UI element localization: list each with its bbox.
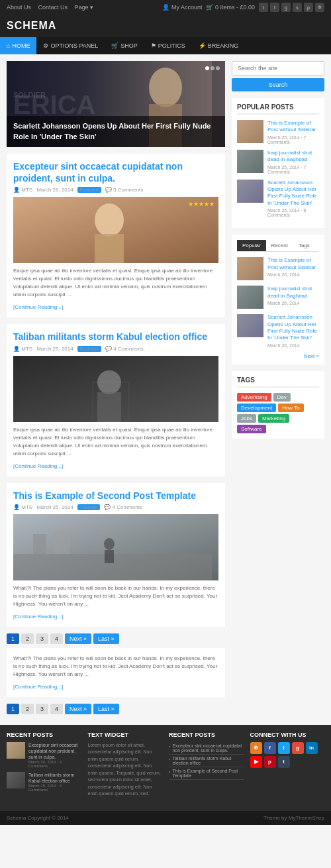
site-logo[interactable]: SCHEMA <box>7 20 56 32</box>
tab-recent[interactable]: Recent <box>266 240 293 251</box>
tag-dev[interactable]: Dev <box>273 393 291 402</box>
connect-linkedin[interactable]: in <box>306 742 318 754</box>
tag-marketing[interactable]: Marketing <box>258 414 289 423</box>
tab-post-1-meta: March 26, 2014 <box>267 272 319 277</box>
tab-post-3-meta: March 26, 2014 <box>267 343 319 348</box>
account-link[interactable]: 👤 My Account <box>162 4 202 11</box>
rss-icon[interactable]: ⊕ <box>315 3 324 12</box>
article-2-category[interactable]: Business <box>77 346 101 352</box>
article-3-readmore[interactable]: [Continue Reading...] <box>13 614 63 620</box>
article-3-meta: 👤 MTS March 25, 2014 Tutorials 💬 4 Comme… <box>13 504 218 510</box>
article-3-image <box>13 514 218 580</box>
tag-advertising[interactable]: Advertising <box>237 393 271 402</box>
tab-tags[interactable]: Tags <box>293 240 315 251</box>
popular-post-3: Scarlett Johansson Opens Up About Her Fi… <box>237 180 319 218</box>
tab-post-3-title[interactable]: Scarlett Johansson Opens Up About Her Fi… <box>267 314 319 342</box>
googleplus-icon[interactable]: g <box>281 3 291 12</box>
article-1-comments[interactable]: 💬 5 Comments <box>105 187 144 193</box>
connect-rss[interactable]: ⊕ <box>250 742 262 754</box>
footer-recent-2-title: RECENT POSTS <box>169 732 244 738</box>
hero-dot-1 <box>205 66 209 70</box>
popular-post-1-title[interactable]: This is Example of Post without Sidebar <box>267 120 319 134</box>
tag-development[interactable]: Development <box>237 404 276 412</box>
tag-software[interactable]: Software <box>237 425 266 433</box>
connect-tumblr[interactable]: t <box>278 756 290 768</box>
nav-breaking[interactable]: ⚡ BREAKING <box>192 37 246 54</box>
article-1-category[interactable]: Featured <box>77 187 101 193</box>
popular-post-2-title[interactable]: Iraqi journalist shot dead in Baghdad <box>267 150 319 164</box>
nav-shop[interactable]: 🛒 SHOP <box>105 37 144 54</box>
footer-post-1-title[interactable]: Excepteur sint occaecat cupidatat non pr… <box>28 742 81 760</box>
shop-icon: 🛒 <box>111 42 118 49</box>
last2-button[interactable]: Last » <box>93 704 119 714</box>
page-link[interactable]: Page ▾ <box>75 4 94 11</box>
article-3-comments[interactable]: 💬 4 Comments <box>104 504 142 510</box>
page2-1-button[interactable]: 1 <box>7 704 19 714</box>
tab-post-2-meta: March 26, 2014 <box>267 301 319 305</box>
twitter-icon[interactable]: t <box>259 3 268 12</box>
connect-pinterest[interactable]: p <box>264 756 276 768</box>
tab-popular[interactable]: Popular <box>237 240 266 251</box>
hero-banner[interactable]: ERICA SOLDIER Scarlett Johansson Opens U… <box>7 61 225 147</box>
page-3-button[interactable]: 3 <box>36 633 48 644</box>
bottom-readmore[interactable]: [Continue Reading...] <box>13 684 63 690</box>
page-2-button[interactable]: 2 <box>21 633 34 644</box>
footer-recent-item-2[interactable]: Taliban militants storm Kabul election o… <box>169 755 244 767</box>
next-button[interactable]: Next » <box>65 633 91 644</box>
site-header: SCHEMA <box>0 15 331 37</box>
next2-button[interactable]: Next » <box>65 704 91 714</box>
article-1-title[interactable]: Excepteur sint occaecat cupidatat non pr… <box>13 160 218 184</box>
contact-link[interactable]: Contact Us <box>38 4 68 11</box>
article-2-comments[interactable]: 💬 4 Comments <box>105 346 144 352</box>
pinterest-icon[interactable]: p <box>304 3 313 12</box>
connect-googleplus[interactable]: g <box>292 742 304 754</box>
article-3-date: March 25, 2014 <box>36 504 73 510</box>
footer-post-1-meta: March 26, 2014 · 2 Comments <box>28 760 81 768</box>
tab-post-1-title[interactable]: This is Example of Post without Sidebar <box>267 257 319 271</box>
page2-3-button[interactable]: 3 <box>36 704 48 714</box>
article-2-author: 👤 MTS <box>13 346 32 352</box>
about-link[interactable]: About Us <box>7 4 31 11</box>
footer-recent-item-3[interactable]: This is Example of Second Post Template <box>169 767 244 780</box>
footer-connect-title: CONNECT WITH US <box>250 732 325 738</box>
cart-link[interactable]: 🛒 0 Items - £0.00 <box>206 4 255 11</box>
hero-overlay: Scarlett Johansson Opens Up About Her Fi… <box>7 116 225 147</box>
tab-post-2: Iraqi journalist shot dead in Baghdad Ma… <box>237 286 319 309</box>
home-icon: ⌂ <box>7 42 10 49</box>
nav-home[interactable]: ⌂ HOME <box>0 37 36 54</box>
popular-post-3-title[interactable]: Scarlett Johansson Opens Up About Her Fi… <box>267 180 319 207</box>
popular-post-2-image <box>237 150 263 173</box>
footer-recent-1-title: RECENT POSTS <box>7 732 81 738</box>
page2-2-button[interactable]: 2 <box>21 704 34 714</box>
tag-jobs[interactable]: Jobs <box>237 414 256 423</box>
nav-options[interactable]: ⚙ OPTIONS PANEL <box>36 37 105 54</box>
search-input[interactable] <box>232 61 324 76</box>
article-1-readmore[interactable]: [Continue Reading...] <box>13 304 63 310</box>
page-4-button[interactable]: 4 <box>50 633 63 644</box>
article-2: Taliban militants storm Kabul election o… <box>7 324 225 476</box>
footer-recent-item-1[interactable]: Excepteur sint occaecat cupidatat non pr… <box>169 742 244 755</box>
facebook-icon[interactable]: f <box>270 3 279 12</box>
article-3-category[interactable]: Tutorials <box>77 504 101 510</box>
main-content: ERICA SOLDIER Scarlett Johansson Opens U… <box>7 61 225 718</box>
nav-politics[interactable]: ⚑ POLITICS <box>144 37 192 54</box>
tab-post-2-title[interactable]: Iraqi journalist shot dead in Baghdad <box>267 286 319 299</box>
popular-post-2-info: Iraqi journalist shot dead in Baghdad Ma… <box>267 150 319 174</box>
footer-text-content: Lorem ipsum dolor sit amet, consectetur … <box>88 742 163 798</box>
connect-facebook[interactable]: f <box>264 742 276 754</box>
connect-youtube[interactable]: ▶ <box>250 756 262 768</box>
stumble-icon[interactable]: s <box>293 3 302 12</box>
page-1-button[interactable]: 1 <box>7 633 19 644</box>
last-button[interactable]: Last » <box>93 633 119 644</box>
popular-post-3-meta: March 26, 2014 · 6 Comments <box>267 208 319 217</box>
article-1-author: 👤 MTS <box>13 187 32 193</box>
article-2-readmore[interactable]: [Continue Reading...] <box>13 463 63 469</box>
connect-twitter[interactable]: t <box>278 742 290 754</box>
search-button[interactable]: Search <box>232 78 324 91</box>
article-2-title[interactable]: Taliban militants storm Kabul election o… <box>13 331 218 343</box>
tabs-next-link[interactable]: Next » <box>237 353 319 359</box>
tag-howto[interactable]: How To <box>278 404 304 412</box>
footer-post-2-title[interactable]: Taliban militants storm Kabul election o… <box>28 772 81 784</box>
article-3-title[interactable]: This is Example of Second Post Template <box>13 490 218 502</box>
page2-4-button[interactable]: 4 <box>50 704 63 714</box>
